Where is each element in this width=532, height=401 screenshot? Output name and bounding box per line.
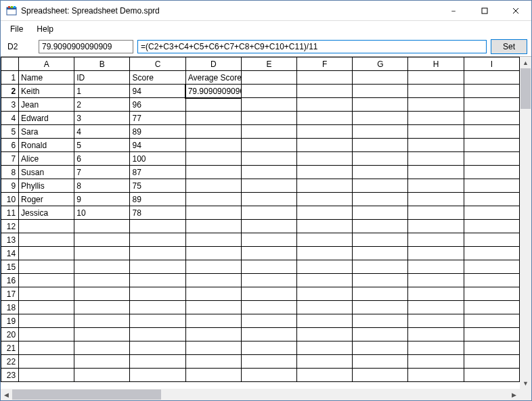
cell-F12[interactable] bbox=[297, 220, 353, 233]
cell-G17[interactable] bbox=[353, 287, 408, 301]
cell-I22[interactable] bbox=[464, 355, 519, 369]
column-header-C[interactable]: C bbox=[130, 57, 185, 71]
cell-D2[interactable]: 79.90909090909 bbox=[185, 85, 241, 98]
cell-E4[interactable] bbox=[241, 112, 296, 125]
cell-D12[interactable] bbox=[185, 220, 241, 233]
cell-G8[interactable] bbox=[353, 166, 408, 179]
cell-E3[interactable] bbox=[241, 98, 296, 112]
cell-F19[interactable] bbox=[297, 314, 353, 328]
cell-D13[interactable] bbox=[185, 233, 241, 247]
cell-A6[interactable]: Ronald bbox=[19, 139, 74, 152]
cell-B11[interactable]: 10 bbox=[74, 206, 130, 220]
cell-I20[interactable] bbox=[464, 328, 519, 341]
cell-G22[interactable] bbox=[353, 355, 408, 369]
cell-D10[interactable] bbox=[185, 193, 241, 206]
cell-B16[interactable] bbox=[74, 274, 130, 287]
cell-H20[interactable] bbox=[408, 328, 464, 341]
cell-H8[interactable] bbox=[408, 166, 464, 179]
cell-B2[interactable]: 1 bbox=[74, 85, 130, 98]
cell-A16[interactable] bbox=[19, 274, 74, 287]
cell-B9[interactable]: 8 bbox=[74, 179, 130, 193]
cell-I17[interactable] bbox=[464, 287, 519, 301]
cell-D4[interactable] bbox=[185, 112, 241, 125]
cell-C16[interactable] bbox=[130, 274, 185, 287]
cell-A1[interactable]: Name bbox=[19, 71, 74, 85]
cell-G20[interactable] bbox=[353, 328, 408, 341]
row-header-15[interactable]: 15 bbox=[1, 260, 19, 274]
cell-B21[interactable] bbox=[74, 341, 130, 355]
cell-D23[interactable] bbox=[185, 369, 241, 382]
cell-I1[interactable] bbox=[464, 71, 519, 85]
cell-A15[interactable] bbox=[19, 260, 74, 274]
cell-D19[interactable] bbox=[185, 314, 241, 328]
column-header-I[interactable]: I bbox=[464, 57, 519, 71]
cell-H7[interactable] bbox=[408, 152, 464, 166]
row-header-17[interactable]: 17 bbox=[1, 287, 19, 301]
scroll-down-icon[interactable]: ▼ bbox=[520, 377, 531, 389]
cell-H11[interactable] bbox=[408, 206, 464, 220]
cell-C6[interactable]: 94 bbox=[130, 139, 185, 152]
cell-I5[interactable] bbox=[464, 125, 519, 139]
cell-I9[interactable] bbox=[464, 179, 519, 193]
cell-F13[interactable] bbox=[297, 233, 353, 247]
cell-C9[interactable]: 75 bbox=[130, 179, 185, 193]
cell-B23[interactable] bbox=[74, 369, 130, 382]
column-header-E[interactable]: E bbox=[241, 57, 296, 71]
cell-F17[interactable] bbox=[297, 287, 353, 301]
row-header-14[interactable]: 14 bbox=[1, 247, 19, 260]
row-header-5[interactable]: 5 bbox=[1, 125, 19, 139]
row-header-11[interactable]: 11 bbox=[1, 206, 19, 220]
cell-G14[interactable] bbox=[353, 247, 408, 260]
row-header-1[interactable]: 1 bbox=[1, 71, 19, 85]
hscroll-thumb[interactable] bbox=[12, 390, 161, 400]
cell-H6[interactable] bbox=[408, 139, 464, 152]
cell-I2[interactable] bbox=[464, 85, 519, 98]
row-header-18[interactable]: 18 bbox=[1, 301, 19, 314]
cell-C8[interactable]: 87 bbox=[130, 166, 185, 179]
cell-E15[interactable] bbox=[241, 260, 296, 274]
cell-A22[interactable] bbox=[19, 355, 74, 369]
cell-F18[interactable] bbox=[297, 301, 353, 314]
cell-A13[interactable] bbox=[19, 233, 74, 247]
cell-G2[interactable] bbox=[353, 85, 408, 98]
cell-E16[interactable] bbox=[241, 274, 296, 287]
cell-G21[interactable] bbox=[353, 341, 408, 355]
cell-E12[interactable] bbox=[241, 220, 296, 233]
cell-A4[interactable]: Edward bbox=[19, 112, 74, 125]
minimize-button[interactable]: – bbox=[438, 1, 469, 21]
cell-A3[interactable]: Jean bbox=[19, 98, 74, 112]
cell-B4[interactable]: 3 bbox=[74, 112, 130, 125]
cell-H1[interactable] bbox=[408, 71, 464, 85]
cell-H15[interactable] bbox=[408, 260, 464, 274]
cell-E21[interactable] bbox=[241, 341, 296, 355]
cell-A23[interactable] bbox=[19, 369, 74, 382]
cell-H10[interactable] bbox=[408, 193, 464, 206]
cell-F3[interactable] bbox=[297, 98, 353, 112]
cell-A20[interactable] bbox=[19, 328, 74, 341]
cell-H12[interactable] bbox=[408, 220, 464, 233]
cell-B3[interactable]: 2 bbox=[74, 98, 130, 112]
cell-C10[interactable]: 89 bbox=[130, 193, 185, 206]
cell-G18[interactable] bbox=[353, 301, 408, 314]
cell-C14[interactable] bbox=[130, 247, 185, 260]
cell-E19[interactable] bbox=[241, 314, 296, 328]
cell-G23[interactable] bbox=[353, 369, 408, 382]
cell-I19[interactable] bbox=[464, 314, 519, 328]
cell-A21[interactable] bbox=[19, 341, 74, 355]
cell-F20[interactable] bbox=[297, 328, 353, 341]
cell-I16[interactable] bbox=[464, 274, 519, 287]
cell-A7[interactable]: Alice bbox=[19, 152, 74, 166]
row-header-21[interactable]: 21 bbox=[1, 341, 19, 355]
cell-H14[interactable] bbox=[408, 247, 464, 260]
cell-E22[interactable] bbox=[241, 355, 296, 369]
row-header-10[interactable]: 10 bbox=[1, 193, 19, 206]
row-header-23[interactable]: 23 bbox=[1, 369, 19, 382]
row-header-2[interactable]: 2 bbox=[1, 85, 19, 98]
cell-F8[interactable] bbox=[297, 166, 353, 179]
close-button[interactable] bbox=[500, 1, 531, 21]
cell-F15[interactable] bbox=[297, 260, 353, 274]
cell-C23[interactable] bbox=[130, 369, 185, 382]
cell-E13[interactable] bbox=[241, 233, 296, 247]
cell-F14[interactable] bbox=[297, 247, 353, 260]
cell-A10[interactable]: Roger bbox=[19, 193, 74, 206]
